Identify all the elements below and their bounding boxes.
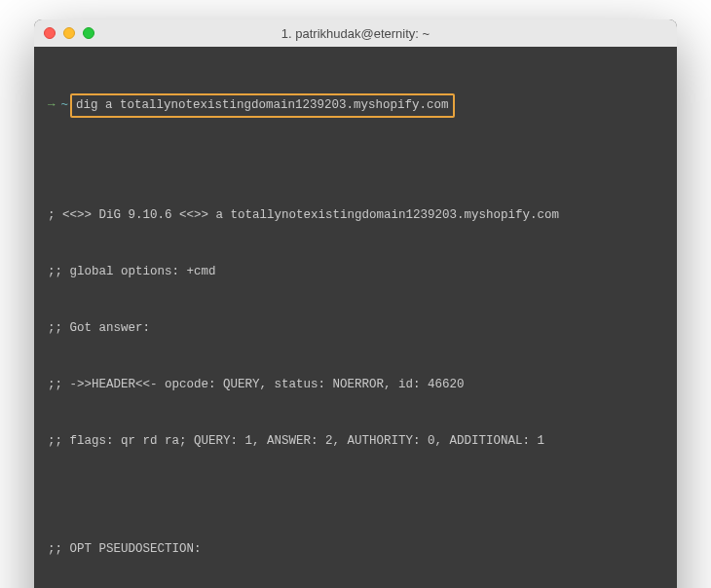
output-line: ;; OPT PSEUDOSECTION:	[48, 540, 663, 559]
close-button[interactable]	[44, 27, 56, 39]
output-line: ;; flags: qr rd ra; QUERY: 1, ANSWER: 2,…	[48, 432, 663, 451]
terminal-body[interactable]: →~dig a totallynotexistingdomain1239203.…	[34, 47, 677, 588]
output-line: ;; Got answer:	[48, 319, 663, 338]
window-controls	[44, 27, 94, 39]
window-title: 1. patrikhudak@eternity: ~	[34, 26, 677, 41]
command-highlight: dig a totallynotexistingdomain1239203.my…	[70, 93, 455, 118]
titlebar: 1. patrikhudak@eternity: ~	[34, 19, 677, 47]
output-line: ;; global options: +cmd	[48, 263, 663, 281]
output-line: ;; ->>HEADER<<- opcode: QUERY, status: N…	[48, 376, 663, 394]
command-text: dig a totallynotexistingdomain1239203.my…	[76, 98, 449, 112]
prompt-path: ~	[61, 98, 69, 112]
minimize-button[interactable]	[63, 27, 75, 39]
prompt-arrow-icon: →	[48, 98, 56, 112]
terminal-window: 1. patrikhudak@eternity: ~ →~dig a total…	[34, 19, 677, 588]
output-line: ; <<>> DiG 9.10.6 <<>> a totallynotexist…	[48, 206, 663, 225]
maximize-button[interactable]	[83, 27, 94, 39]
prompt-line: →~dig a totallynotexistingdomain1239203.…	[48, 94, 663, 117]
